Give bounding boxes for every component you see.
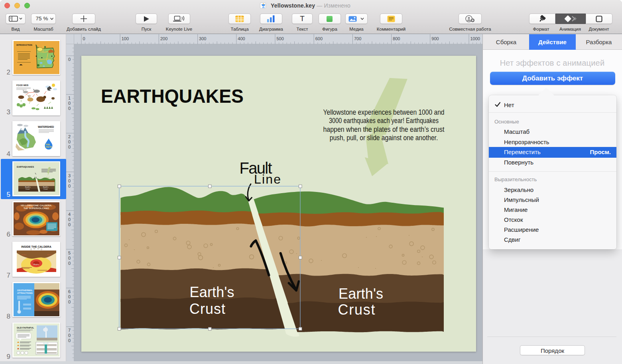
svg-text:Crust: Crust xyxy=(26,188,30,190)
svg-text:3: 3 xyxy=(68,173,71,178)
svg-text:0: 0 xyxy=(68,178,71,183)
svg-text:happen when the plates of the: happen when the plates of the earth’s cr… xyxy=(323,125,445,133)
svg-text:0: 0 xyxy=(68,222,71,227)
svg-text:Earth's: Earth's xyxy=(339,286,383,302)
svg-text:Crust: Crust xyxy=(338,301,375,318)
svg-text:INTRODUCTION: INTRODUCTION xyxy=(16,44,32,46)
svg-text:6: 6 xyxy=(68,289,71,294)
svg-text:200: 200 xyxy=(160,36,167,41)
svg-text:GEOTHERMAL: GEOTHERMAL xyxy=(17,289,33,292)
svg-text:EARTHQUAKES: EARTHQUAKES xyxy=(101,85,244,107)
svg-text:0: 0 xyxy=(83,36,85,41)
svg-text:0: 0 xyxy=(68,338,71,343)
svg-text:OLD FAITHFUL: OLD FAITHFUL xyxy=(17,327,34,329)
svg-text:1: 1 xyxy=(68,96,71,100)
svg-text:0: 0 xyxy=(68,101,71,106)
svg-text:THE SUPERVOLCANO: THE SUPERVOLCANO xyxy=(23,207,49,209)
svg-text:7: 7 xyxy=(68,328,71,333)
svg-text:Line: Line xyxy=(254,172,281,186)
svg-text:WATERSHED: WATERSHED xyxy=(38,125,54,128)
svg-text:Earth's: Earth's xyxy=(47,254,52,256)
svg-text:900: 900 xyxy=(431,36,439,41)
svg-text:EARTHQUAKES: EARTHQUAKES xyxy=(17,166,34,168)
svg-text:Earth's: Earth's xyxy=(22,254,26,256)
svg-text:600: 600 xyxy=(315,36,323,41)
svg-text:Earth's: Earth's xyxy=(190,284,234,300)
svg-text:100: 100 xyxy=(122,36,129,41)
svg-text:0: 0 xyxy=(68,294,71,299)
svg-text:0: 0 xyxy=(68,184,71,188)
svg-text:0: 0 xyxy=(68,261,71,266)
svg-text:Yellowstone experiences betwee: Yellowstone experiences between 1000 and xyxy=(323,108,445,116)
svg-text:0: 0 xyxy=(68,256,71,260)
svg-text:0: 0 xyxy=(68,57,71,62)
svg-text:2: 2 xyxy=(68,134,71,139)
svg-text:0: 0 xyxy=(68,299,71,304)
svg-text:push, pull, or slide against o: push, pull, or slide against one another… xyxy=(330,133,438,142)
svg-text:400: 400 xyxy=(238,36,245,41)
svg-text:0: 0 xyxy=(68,106,71,111)
svg-text:4: 4 xyxy=(68,212,71,217)
svg-text:FACTS: FACTS xyxy=(46,146,52,148)
svg-text:700: 700 xyxy=(354,36,361,41)
svg-text:Crust: Crust xyxy=(43,188,48,190)
svg-text:300: 300 xyxy=(199,36,206,41)
svg-text:ATTRACTIONS: ATTRACTIONS xyxy=(17,292,33,294)
svg-text:800: 800 xyxy=(393,36,400,41)
svg-text:Crust: Crust xyxy=(189,301,225,317)
svg-text:0: 0 xyxy=(68,139,71,144)
svg-text:3000 earthquakes each year! Ea: 3000 earthquakes each year! Earthquakes xyxy=(329,116,439,125)
svg-text:0: 0 xyxy=(68,333,71,338)
svg-text:0: 0 xyxy=(68,145,71,149)
svg-text:5: 5 xyxy=(68,250,71,255)
svg-text:INSIDE THE CALDERA: INSIDE THE CALDERA xyxy=(21,245,51,248)
svg-text:FOOD WEB: FOOD WEB xyxy=(16,84,28,86)
svg-text:YELLOWSTONE CALDERA:: YELLOWSTONE CALDERA: xyxy=(20,204,52,207)
svg-text:500: 500 xyxy=(277,36,284,41)
svg-text:0: 0 xyxy=(68,217,71,222)
svg-text:Magma: Magma xyxy=(33,263,39,265)
svg-text:FUN: FUN xyxy=(46,144,50,146)
svg-text:1000: 1000 xyxy=(470,36,480,41)
